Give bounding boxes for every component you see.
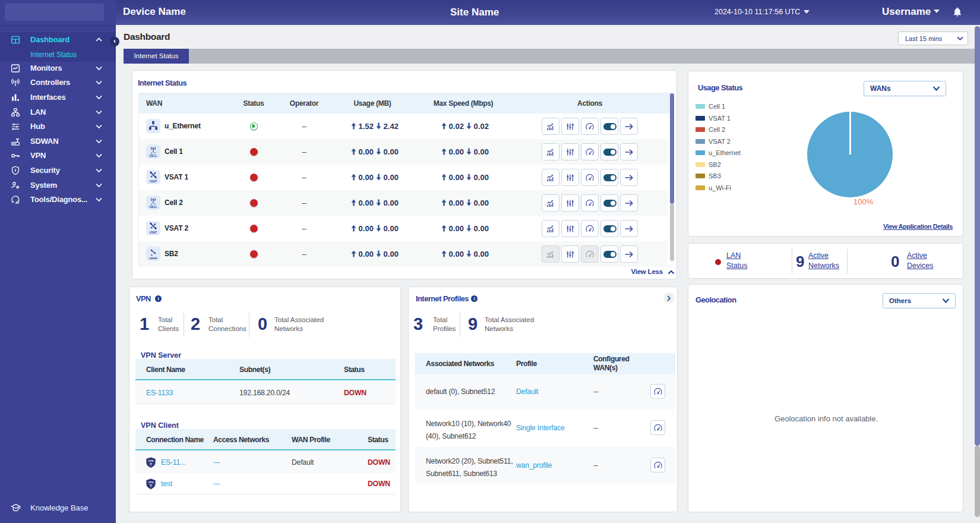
svg-text:VSAT: VSAT (150, 180, 157, 183)
svg-text:CELL: CELL (149, 154, 157, 157)
svg-text:VPN: VPN (148, 459, 154, 462)
svg-text:VSAT: VSAT (150, 231, 157, 234)
svg-text:CELL: CELL (149, 205, 157, 209)
svg-text:VPN: VPN (148, 481, 154, 484)
svg-text:LBAND: LBAND (149, 257, 157, 260)
